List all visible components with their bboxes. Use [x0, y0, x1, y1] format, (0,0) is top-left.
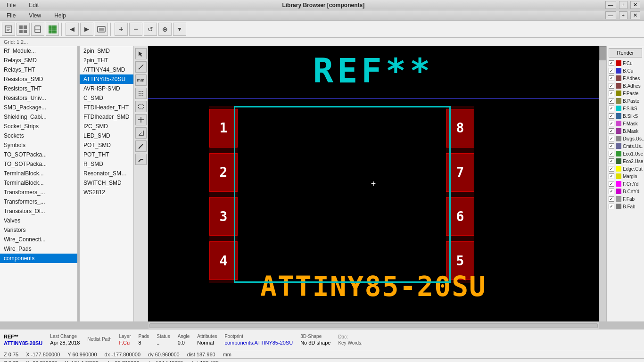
render-button[interactable]: Render: [609, 48, 642, 58]
lib-item-rf[interactable]: Rf_Module...: [0, 46, 77, 56]
comp-item-resonator[interactable]: Resonator_SMD...: [80, 169, 133, 178]
tool-select[interactable]: [135, 101, 147, 112]
lib-item-wire-conn[interactable]: Wire_Connecti...: [0, 235, 77, 244]
layer-checkbox-2[interactable]: ✓: [609, 75, 614, 81]
toolbar-target-btn[interactable]: ⊕: [158, 23, 172, 36]
lib-item-to-sot-2[interactable]: TO_SOTPacka...: [0, 159, 77, 169]
lib-item-smd-package[interactable]: SMD_Package...: [0, 103, 77, 112]
layer-checkbox-6[interactable]: ✓: [609, 106, 614, 111]
lib-item-resistors-tht[interactable]: Resistors_THT: [0, 84, 77, 93]
layer-item-BPaste[interactable]: ✓ B.Paste: [607, 97, 644, 105]
comp-item-2pin-smd[interactable]: 2pin_SMD: [80, 46, 133, 56]
comp-item-pot-tht[interactable]: POT_THT: [80, 150, 133, 159]
lib-item-symbols[interactable]: Symbols: [0, 140, 77, 150]
lib-item-sockets[interactable]: Sockets: [0, 131, 77, 140]
layer-checkbox-7[interactable]: ✓: [609, 113, 614, 119]
tool-cursor2[interactable]: [135, 114, 147, 125]
layer-item-BFab[interactable]: ✓ B.Fab: [607, 203, 644, 210]
comp-item-switch[interactable]: SWITCH_SMD: [80, 178, 133, 188]
tool-angle[interactable]: [135, 127, 147, 139]
comp-item-ws2812[interactable]: WS2812: [80, 188, 133, 197]
lib-item-terminal-1[interactable]: TerminalBlock...: [0, 169, 77, 178]
inner-close-btn[interactable]: ✕: [630, 11, 640, 19]
layer-checkbox-19[interactable]: ✓: [609, 204, 614, 209]
lib-item-transformers-1[interactable]: Transformers_...: [0, 188, 77, 197]
layer-item-BCrtYd[interactable]: ✓ B.CrtYd: [607, 188, 644, 195]
layer-item-FPaste[interactable]: ✓ F.Paste: [607, 90, 644, 97]
layer-item-BSilkS[interactable]: ✓ B.SilkS: [607, 112, 644, 120]
layer-item-CmtsUs[interactable]: ✓ Cmts.Us...: [607, 142, 644, 150]
lib-item-valves[interactable]: Valves: [0, 216, 77, 225]
tool-route[interactable]: [135, 154, 147, 165]
toolbar-zoom-in-btn[interactable]: +: [115, 23, 128, 36]
layer-checkbox-10[interactable]: ✓: [609, 136, 614, 141]
lib-item-components[interactable]: components: [0, 254, 77, 263]
comp-item-ftdi-smd[interactable]: FTDIheader_SMD: [80, 112, 133, 122]
layer-item-Eco2Use[interactable]: ✓ Eco2.Use: [607, 157, 644, 165]
lib-item-transistors[interactable]: Transistors_Ol...: [0, 206, 77, 216]
outer-maximize-btn[interactable]: +: [619, 1, 627, 9]
toolbar-dropdown-btn[interactable]: ▼: [173, 23, 186, 36]
comp-item-rsmd[interactable]: R_SMD: [80, 159, 133, 169]
toolbar-icon-1[interactable]: [2, 23, 15, 36]
layer-item-FAdhes[interactable]: ✓ F.Adhes: [607, 74, 644, 82]
layer-checkbox-5[interactable]: ✓: [609, 98, 614, 104]
layer-item-FMask[interactable]: ✓ F.Mask: [607, 120, 644, 127]
lib-item-terminal-2[interactable]: TerminalBlock...: [0, 178, 77, 188]
outer-close-btn[interactable]: ✕: [630, 1, 640, 9]
layer-item-FSilkS[interactable]: ✓ F.SilkS: [607, 105, 644, 112]
layer-checkbox-12[interactable]: ✓: [609, 151, 614, 156]
layer-item-Eco1Use[interactable]: ✓ Eco1.Use: [607, 150, 644, 157]
layer-checkbox-11[interactable]: ✓: [609, 143, 614, 149]
lib-item-resistors-univ[interactable]: Resistors_Univ...: [0, 93, 77, 103]
tool-pen[interactable]: [135, 140, 147, 152]
toolbar-rotate-btn[interactable]: ↺: [144, 23, 157, 36]
outer-menu-edit[interactable]: Edit: [26, 1, 41, 9]
comp-item-i2c[interactable]: I2C_SMD: [80, 122, 133, 131]
canvas-right-scrollbar[interactable]: [599, 46, 606, 321]
layer-item-FFab[interactable]: ✓ F.Fab: [607, 195, 644, 203]
layer-checkbox-4[interactable]: ✓: [609, 90, 614, 96]
comp-item-csmd[interactable]: C_SMD: [80, 93, 133, 103]
layer-checkbox-14[interactable]: ✓: [609, 166, 614, 172]
tool-measure[interactable]: [135, 61, 147, 73]
toolbar-icon-4[interactable]: [46, 23, 59, 36]
layer-checkbox-13[interactable]: ✓: [609, 158, 614, 164]
comp-item-pot-smd[interactable]: POT_SMD: [80, 140, 133, 150]
layer-checkbox-17[interactable]: ✓: [609, 189, 614, 194]
comp-item-led[interactable]: LED_SMD: [80, 131, 133, 140]
menu-file[interactable]: File: [4, 12, 18, 19]
layer-item-BCu[interactable]: ✓ B.Cu: [607, 67, 644, 74]
comp-item-ftdi-tht[interactable]: FTDIHeader_THT: [80, 103, 133, 112]
pcb-canvas-area[interactable]: REF** 1 2 3 4 8 7 6 5 + ATTINY85-20SU: [148, 46, 599, 321]
layer-item-EdgeCut[interactable]: ✓ Edge.Cut: [607, 165, 644, 173]
layer-checkbox-1[interactable]: ✓: [609, 68, 614, 74]
layer-item-Margin[interactable]: ✓ Margin: [607, 173, 644, 180]
layer-checkbox-16[interactable]: ✓: [609, 181, 614, 187]
lib-item-varistors[interactable]: Varistors: [0, 225, 77, 235]
layer-item-FCrtYd[interactable]: ✓ F.CrtYd: [607, 180, 644, 188]
toolbar-icon-5[interactable]: [95, 23, 108, 36]
lib-item-to-sot-1[interactable]: TO_SOTPacka...: [0, 150, 77, 159]
lib-item-relays-smd[interactable]: Relays_SMD: [0, 56, 77, 65]
layer-item-BMask[interactable]: ✓ B.Mask: [607, 127, 644, 135]
inner-maximize-btn[interactable]: +: [619, 11, 627, 19]
lib-item-wire-pads[interactable]: Wire_Pads: [0, 244, 77, 254]
menu-help[interactable]: Help: [51, 12, 69, 19]
layer-item-DwgsUs[interactable]: ✓ Dwgs.Us...: [607, 135, 644, 142]
canvas-bottom-scrollbar[interactable]: [149, 321, 599, 329]
tool-mm[interactable]: mm: [135, 74, 147, 86]
layer-checkbox-9[interactable]: ✓: [609, 128, 614, 134]
inner-minimize-btn[interactable]: —: [605, 11, 616, 19]
layer-checkbox-15[interactable]: ✓: [609, 173, 614, 179]
comp-item-avrisp[interactable]: AVR-ISP-SMD: [80, 84, 133, 93]
comp-item-attiny44[interactable]: ATTINY44_SMD: [80, 65, 133, 74]
lib-item-relays-tht[interactable]: Relays_THT: [0, 65, 77, 74]
layer-checkbox-18[interactable]: ✓: [609, 196, 614, 202]
tool-cursor[interactable]: [135, 48, 147, 59]
toolbar-zoom-out-btn[interactable]: −: [129, 23, 142, 36]
lib-item-resistors-smd[interactable]: Resistors_SMD: [0, 74, 77, 84]
menu-view[interactable]: View: [26, 12, 44, 19]
layer-checkbox-8[interactable]: ✓: [609, 121, 614, 126]
toolbar-icon-2[interactable]: [17, 23, 30, 36]
